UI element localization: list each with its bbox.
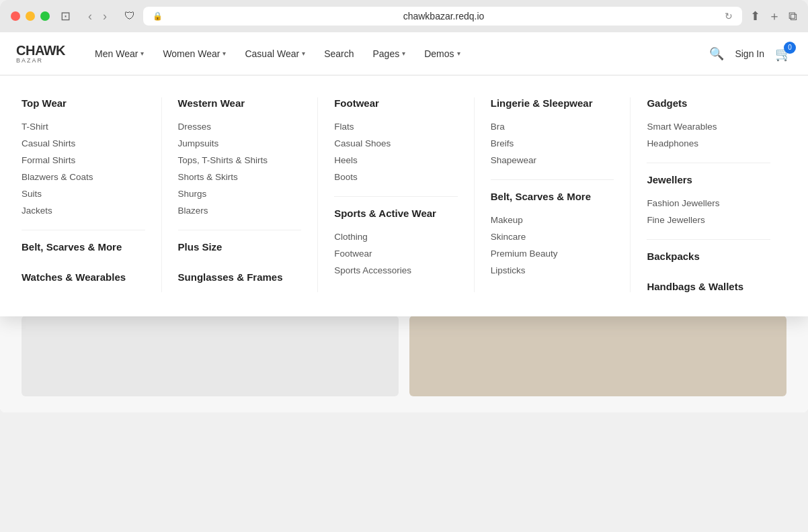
search-button[interactable]: 🔍 xyxy=(709,46,724,61)
menu-link-shapewear[interactable]: Shapewear xyxy=(491,152,614,169)
nav-item-search[interactable]: Search xyxy=(316,43,362,64)
url-text: chawkbazar.redq.io xyxy=(168,11,719,21)
menu-link-heels[interactable]: Heels xyxy=(334,152,458,169)
section-title-sunglasses: Sunglasses & Frames xyxy=(178,271,302,283)
chevron-down-icon: ▾ xyxy=(457,50,460,57)
menu-link-lipsticks[interactable]: Lipsticks xyxy=(491,262,614,279)
menu-link-breifs[interactable]: Breifs xyxy=(491,135,614,152)
menu-link-shorts-skirts[interactable]: Shorts & Skirts xyxy=(178,169,302,185)
menu-link-bra[interactable]: Bra xyxy=(491,118,614,135)
site-navbar: CHAWK BAZAR Men Wear ▾ Women Wear ▾ Casu… xyxy=(0,32,808,75)
chevron-down-icon: ▾ xyxy=(223,50,226,57)
menu-link-blazers[interactable]: Blazers xyxy=(178,202,302,219)
chevron-down-icon: ▾ xyxy=(140,50,144,57)
close-button[interactable] xyxy=(11,11,20,21)
section-title-top-wear: Top Wear xyxy=(22,97,145,109)
menu-link-boots[interactable]: Boots xyxy=(334,169,458,185)
nav-menu: Men Wear ▾ Women Wear ▾ Casual Wear ▾ Se… xyxy=(87,43,709,64)
section-title-handbags: Handbags & Wallets xyxy=(647,281,770,292)
menu-link-footwear-sports[interactable]: Footwear xyxy=(334,245,458,262)
address-bar[interactable]: 🔒 chawkbazar.redq.io ↻ xyxy=(143,7,742,26)
nav-item-women-wear[interactable]: Women Wear ▾ xyxy=(155,43,234,64)
nav-item-pages[interactable]: Pages ▾ xyxy=(364,43,413,64)
section-title-plus-size: Plus Size xyxy=(178,241,302,253)
site-wrapper: CHAWK BAZAR Men Wear ▾ Women Wear ▾ Casu… xyxy=(0,32,808,412)
tabs-button[interactable]: ⧉ xyxy=(789,8,797,24)
menu-link-dresses[interactable]: Dresses xyxy=(178,118,302,135)
menu-link-fine-jewellers[interactable]: Fine Jewellers xyxy=(647,212,770,228)
forward-button[interactable]: › xyxy=(99,8,111,25)
section-title-backpacks: Backpacks xyxy=(647,251,770,262)
menu-link-fashion-jewellers[interactable]: Fashion Jewellers xyxy=(647,195,770,212)
menu-link-headphones[interactable]: Headphones xyxy=(647,135,770,152)
menu-link-flats[interactable]: Flats xyxy=(334,118,458,135)
section-title-lingerie: Lingerie & Sleepwear xyxy=(491,97,614,109)
menu-link-clothing[interactable]: Clothing xyxy=(334,228,458,245)
section-title-sports-active: Sports & Active Wear xyxy=(334,208,458,219)
menu-link-sports-accessories[interactable]: Sports Accessories xyxy=(334,262,458,279)
menu-link-shurgs[interactable]: Shurgs xyxy=(178,185,302,202)
lock-icon: 🔒 xyxy=(153,11,163,21)
nav-item-men-wear[interactable]: Men Wear ▾ xyxy=(87,43,152,64)
product-thumb-1[interactable] xyxy=(22,316,399,396)
cart-badge: 0 xyxy=(784,42,796,54)
nav-item-casual-wear[interactable]: Casual Wear ▾ xyxy=(237,43,313,64)
shield-icon: 🛡 xyxy=(124,10,135,22)
reload-button[interactable]: ↻ xyxy=(725,11,733,21)
cart-button[interactable]: 🛒 0 xyxy=(775,46,792,62)
sidebar-toggle-icon[interactable]: ⊡ xyxy=(60,9,71,24)
section-title-watches: Watches & Wearables xyxy=(22,271,145,283)
menu-link-casual-shoes[interactable]: Casual Shoes xyxy=(334,135,458,152)
section-title-footwear: Footwear xyxy=(334,97,458,109)
menu-link-suits[interactable]: Suits xyxy=(22,185,145,202)
menu-link-tops-tshirts[interactable]: Tops, T-Shirts & Shirts xyxy=(178,152,302,169)
menu-link-premium-beauty[interactable]: Premium Beauty xyxy=(491,245,614,262)
minimize-button[interactable] xyxy=(26,11,35,21)
traffic-lights xyxy=(11,11,50,21)
back-button[interactable]: ‹ xyxy=(84,8,96,25)
nav-item-demos[interactable]: Demos ▾ xyxy=(416,43,468,64)
browser-chrome: ⊡ ‹ › 🛡 🔒 chawkbazar.redq.io ↻ ⬆ ＋ ⧉ xyxy=(0,0,808,32)
dropdown-col-western-wear: Western Wear Dresses Jumpsuits Tops, T-S… xyxy=(162,97,319,292)
menu-link-skincare[interactable]: Skincare xyxy=(491,228,614,245)
section-title-gadgets: Gadgets xyxy=(647,97,770,109)
menu-link-makeup[interactable]: Makeup xyxy=(491,212,614,228)
nav-actions: 🔍 Sign In 🛒 0 xyxy=(709,46,792,62)
section-title-belt-scarves-2: Belt, Scarves & More xyxy=(491,191,614,202)
site-logo[interactable]: CHAWK BAZAR xyxy=(16,43,65,64)
chevron-down-icon: ▾ xyxy=(402,50,405,57)
dropdown-col-top-wear: Top Wear T-Shirt Casual Shirts Formal Sh… xyxy=(22,97,162,292)
menu-link-jumpsuits[interactable]: Jumpsuits xyxy=(178,135,302,152)
share-button[interactable]: ⬆ xyxy=(750,8,760,24)
menu-link-blazwers-coats[interactable]: Blazwers & Coats xyxy=(22,169,145,185)
menu-link-jackets[interactable]: Jackets xyxy=(22,202,145,219)
sign-in-button[interactable]: Sign In xyxy=(735,48,764,59)
dropdown-col-lingerie: Lingerie & Sleepwear Bra Breifs Shapewea… xyxy=(475,97,631,292)
new-tab-button[interactable]: ＋ xyxy=(768,8,780,24)
product-thumb-2[interactable] xyxy=(409,316,786,396)
dropdown-col-gadgets: Gadgets Smart Wearables Headphones Jewel… xyxy=(631,97,786,292)
chevron-down-icon: ▾ xyxy=(302,50,305,57)
section-title-jewellers: Jewellers xyxy=(647,174,770,185)
menu-link-smart-wearables[interactable]: Smart Wearables xyxy=(647,118,770,135)
browser-nav: ‹ › xyxy=(84,8,111,25)
fullscreen-button[interactable] xyxy=(40,11,50,21)
menu-link-casual-shirts[interactable]: Casual Shirts xyxy=(22,135,145,152)
dropdown-col-footwear: Footwear Flats Casual Shoes Heels Boots … xyxy=(318,97,475,292)
products-row xyxy=(22,316,786,396)
browser-actions: ⬆ ＋ ⧉ xyxy=(750,8,797,24)
menu-link-formal-shirts[interactable]: Formal Shirts xyxy=(22,152,145,169)
mega-dropdown: Top Wear T-Shirt Casual Shirts Formal Sh… xyxy=(0,75,808,316)
menu-link-tshirt[interactable]: T-Shirt xyxy=(22,118,145,135)
section-title-belt-scarves: Belt, Scarves & More xyxy=(22,241,145,253)
section-title-western-wear: Western Wear xyxy=(178,97,302,109)
